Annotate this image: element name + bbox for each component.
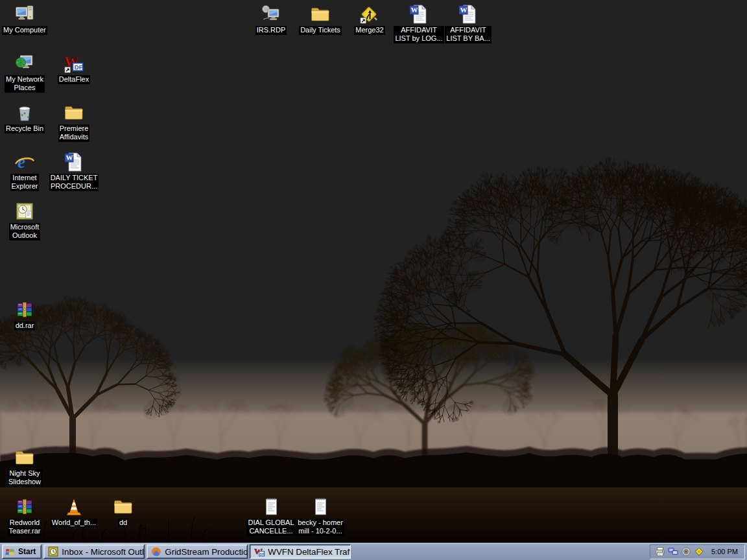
notepad-icon: [310, 496, 331, 517]
desktop-icon-internet-explorer[interactable]: eInternet Explorer: [0, 152, 51, 191]
wallpaper-sunset-trees: [0, 0, 747, 542]
notepad-icon: [261, 496, 281, 517]
folder-icon: [310, 4, 331, 25]
icon-label: My Computer: [2, 26, 47, 35]
taskbar-button-label: WVFN DeltaFlex Traffic ...: [268, 547, 351, 557]
folder-icon: [14, 447, 35, 468]
firefox-icon: [151, 546, 161, 557]
svg-text:DF: DF: [260, 552, 265, 556]
svg-text:W: W: [66, 154, 73, 161]
desktop-icon-my-computer[interactable]: My Computer: [0, 4, 51, 35]
icon-label: IRS.RDP: [255, 26, 287, 35]
desktop-icon-dd-rar[interactable]: dd.rar: [0, 299, 51, 331]
desktop: My ComputerMy Network PlacesRecycle Bine…: [0, 0, 747, 542]
icon-label: DIAL GLOBAL CANCELLE...: [246, 519, 295, 536]
taskbar-button-wvfn-deltaflex-traffic[interactable]: WDFWVFN DeltaFlex Traffic ...: [250, 544, 351, 559]
start-button[interactable]: Start: [2, 544, 42, 559]
desktop-icon-dd-folder[interactable]: dd: [97, 496, 150, 528]
icon-label: Night Sky Slideshow: [7, 469, 42, 487]
icon-label: Internet Explorer: [10, 174, 40, 191]
rdp-icon: [261, 4, 281, 25]
desktop-icon-deltaflex[interactable]: WDFDeltaFlex: [47, 53, 101, 84]
network-places-icon: [14, 53, 35, 74]
start-label: Start: [18, 547, 36, 556]
word-doc-icon: W: [409, 4, 429, 25]
outlook-icon: [14, 201, 35, 222]
desktop-icon-recycle-bin[interactable]: Recycle Bin: [0, 102, 51, 134]
internet-explorer-icon: e: [14, 152, 35, 172]
svg-text:e: e: [18, 152, 25, 172]
desktop-icon-night-sky-slideshow[interactable]: Night Sky Slideshow: [0, 447, 51, 487]
desktop-icon-daily-tickets[interactable]: Daily Tickets: [294, 4, 347, 35]
windows-logo-icon: [5, 546, 16, 557]
svg-text:W: W: [460, 6, 468, 14]
icon-label: dd: [118, 519, 128, 528]
tray-icons: [655, 546, 704, 557]
tray-merge-diamond-icon[interactable]: [694, 546, 704, 557]
desktop-icon-my-network-places[interactable]: My Network Places: [0, 53, 51, 93]
desktop-icon-becky-homer-mill[interactable]: becky - homer mill - 10-2-0...: [294, 496, 347, 536]
icon-label: My Network Places: [5, 75, 45, 93]
icon-label: becky - homer mill - 10-2-0...: [296, 519, 344, 536]
deltaflex-tray-icon: WDF: [254, 546, 265, 557]
wallpaper-scene: [0, 0, 747, 542]
desktop-icon-affidavit-list-by-ba[interactable]: WAFFIDAVIT LIST BY BA...: [442, 4, 495, 43]
taskbar-buttons: Inbox - Microsoft OutlookGridStream Prod…: [43, 544, 351, 559]
folder-icon: [64, 102, 84, 123]
folder-icon: [113, 496, 134, 517]
winrar-icon: [14, 496, 35, 517]
taskbar-empty-area: [353, 543, 648, 560]
deltaflex-icon: WDF: [64, 53, 84, 74]
icon-label: dd.rar: [14, 321, 36, 331]
my-computer-icon: [14, 4, 35, 25]
tray-printer-icon[interactable]: [655, 546, 665, 557]
system-tray: 5:00 PM: [650, 544, 745, 559]
desktop-icon-dial-global-cancelled[interactable]: DIAL GLOBAL CANCELLE...: [244, 496, 298, 536]
taskbar-button-label: GridStream Productions :: ...: [165, 547, 248, 557]
desktop-icon-world-of-th[interactable]: World_of_th...: [47, 496, 101, 528]
tray-volume-icon[interactable]: [681, 546, 691, 557]
merge-sign-icon: [359, 4, 380, 25]
word-doc-icon: W: [458, 4, 479, 25]
taskbar-clock[interactable]: 5:00 PM: [711, 548, 738, 555]
taskbar-button-inbox-outlook[interactable]: Inbox - Microsoft Outlook: [43, 544, 145, 559]
icon-label: Redworld Teaser.rar: [8, 519, 42, 536]
icon-label: DAILY TICKET PROCEDUR...: [49, 174, 99, 191]
icon-label: Daily Tickets: [299, 26, 342, 35]
desktop-icon-microsoft-outlook[interactable]: Microsoft Outlook: [0, 201, 51, 240]
desktop-icon-redworld-teaser-rar[interactable]: Redworld Teaser.rar: [0, 496, 51, 536]
taskbar: Start Inbox - Microsoft OutlookGridStrea…: [0, 542, 747, 560]
desktop-icon-merge32[interactable]: Merge32: [343, 4, 396, 35]
icon-label: AFFIDAVIT LIST by LOG...: [394, 26, 444, 43]
icon-label: AFFIDAVIT LIST BY BA...: [445, 26, 491, 43]
screen: My ComputerMy Network PlacesRecycle Bine…: [0, 0, 747, 560]
taskbar-button-label: Inbox - Microsoft Outlook: [62, 547, 145, 557]
icon-label: Merge32: [354, 26, 385, 35]
icon-label: Premiere Affidavits: [58, 124, 90, 142]
word-doc-icon: W: [64, 152, 84, 172]
icon-label: World_of_th...: [51, 519, 97, 528]
icon-label: Microsoft Outlook: [9, 223, 41, 240]
taskbar-button-gridstream-productions[interactable]: GridStream Productions :: ...: [147, 544, 248, 559]
tray-network-icon[interactable]: [668, 546, 678, 557]
winrar-icon: [14, 299, 35, 320]
desktop-icon-irs-rdp[interactable]: IRS.RDP: [244, 4, 298, 35]
recycle-bin-icon: [14, 102, 35, 123]
vlc-icon: [64, 496, 84, 517]
desktop-icon-affidavit-list-by-log[interactable]: WAFFIDAVIT LIST by LOG...: [392, 4, 445, 43]
svg-text:W: W: [411, 6, 418, 14]
desktop-icon-premiere-affidavits[interactable]: Premiere Affidavits: [47, 102, 101, 142]
desktop-icon-daily-ticket-procedure[interactable]: WDAILY TICKET PROCEDUR...: [47, 152, 101, 191]
icon-label: DeltaFlex: [58, 75, 90, 84]
outlook-tray-icon: [48, 546, 58, 557]
icon-label: Recycle Bin: [5, 124, 45, 134]
